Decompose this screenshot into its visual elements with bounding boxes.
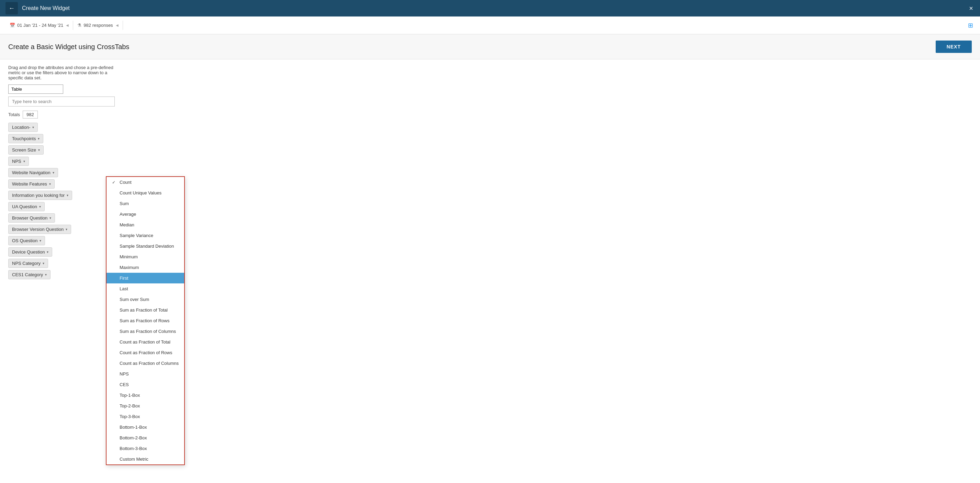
- dropdown-item[interactable]: CES: [107, 379, 184, 390]
- dropdown-item-label: Top-1-Box: [119, 392, 140, 398]
- attribute-tag[interactable]: Browser Question▾: [8, 213, 55, 222]
- date-range-filter[interactable]: 📅 01 Jan '21 - 24 May '21 ◀: [5, 21, 73, 30]
- attribute-tag[interactable]: Location-▾: [8, 122, 38, 132]
- header-bar: ← Create New Widget ×: [0, 0, 980, 16]
- header-title: Create New Widget: [22, 5, 967, 11]
- dropdown-item-label: Count: [119, 180, 132, 185]
- table-type-input[interactable]: [8, 84, 63, 94]
- back-button[interactable]: ←: [5, 2, 18, 14]
- dropdown-arrow-icon: ▾: [49, 216, 51, 220]
- dropdown-item-label: Maximum: [119, 265, 139, 270]
- dropdown-item[interactable]: Custom Metric: [107, 454, 184, 464]
- dropdown-item[interactable]: Sample Standard Deviation: [107, 241, 184, 251]
- dropdown-item[interactable]: Bottom-2-Box: [107, 432, 184, 443]
- totals-label: Totals: [8, 112, 20, 117]
- dropdown-item[interactable]: Median: [107, 219, 184, 230]
- dropdown-item[interactable]: Minimum: [107, 251, 184, 262]
- attribute-tag[interactable]: Website Navigation▾: [8, 168, 58, 177]
- filter-bar: 📅 01 Jan '21 - 24 May '21 ◀ ⚗ 982 respon…: [0, 16, 980, 34]
- dropdown-arrow-icon: ▾: [45, 273, 47, 276]
- attribute-tag[interactable]: NPS Category▾: [8, 259, 48, 268]
- attribute-tag[interactable]: Screen Size▾: [8, 145, 44, 154]
- calendar-icon: 📅: [10, 23, 15, 28]
- dropdown-item-label: Sum as Fraction of Columns: [119, 329, 176, 334]
- dropdown-item-label: First: [119, 275, 128, 281]
- dropdown-item[interactable]: Last: [107, 283, 184, 294]
- totals-area: Totals 982: [8, 111, 115, 119]
- dropdown-arrow-icon: ▾: [40, 239, 41, 243]
- dropdown-item-label: Sample Variance: [119, 233, 153, 238]
- dropdown-item[interactable]: Average: [107, 209, 184, 219]
- dropdown-arrow-icon: ▾: [39, 205, 41, 208]
- dropdown-item-label: Count Unique Values: [119, 190, 162, 195]
- close-button[interactable]: ×: [967, 3, 975, 14]
- dropdown-item-label: Sum as Fraction of Rows: [119, 318, 169, 323]
- search-input[interactable]: [8, 97, 115, 106]
- dropdown-item[interactable]: Bottom-1-Box: [107, 422, 184, 432]
- dropdown-item[interactable]: Top-1-Box: [107, 390, 184, 400]
- dropdown-arrow-icon: ▾: [38, 148, 40, 152]
- dropdown-item-label: Median: [119, 222, 134, 227]
- sub-header: Create a Basic Widget using CrossTabs NE…: [0, 34, 980, 59]
- attribute-tag[interactable]: NPS▾: [8, 157, 29, 166]
- dropdown-item[interactable]: Sum over Sum: [107, 294, 184, 305]
- dropdown-arrow-icon: ▾: [49, 182, 51, 186]
- attribute-tag[interactable]: Website Features▾: [8, 180, 55, 189]
- page-title: Create a Basic Widget using CrossTabs: [8, 43, 129, 51]
- dropdown-item[interactable]: Top-2-Box: [107, 400, 184, 411]
- attribute-tag[interactable]: Device Question▾: [8, 247, 52, 257]
- responses-filter[interactable]: ⚗ 982 responses ◀: [73, 21, 123, 30]
- dropdown-item-label: Count as Fraction of Columns: [119, 361, 179, 366]
- dropdown-item[interactable]: NPS: [107, 369, 184, 379]
- next-button[interactable]: NEXT: [935, 41, 972, 53]
- dropdown-item-label: Sum over Sum: [119, 297, 149, 302]
- dropdown-item[interactable]: Sum: [107, 198, 184, 209]
- dropdown-item-label: Bottom-3-Box: [119, 446, 147, 451]
- dropdown-item-label: Count as Fraction of Rows: [119, 350, 172, 355]
- dropdown-arrow-icon: ▾: [38, 137, 40, 140]
- metric-dropdown: ✓CountCount Unique ValuesSumAverageMedia…: [106, 176, 185, 465]
- dropdown-arrow-icon: ▾: [52, 171, 54, 175]
- dropdown-item-label: Bottom-1-Box: [119, 424, 147, 430]
- dropdown-item[interactable]: Sample Variance: [107, 230, 184, 241]
- dropdown-item-label: Minimum: [119, 254, 138, 259]
- dropdown-item[interactable]: Sum as Fraction of Rows: [107, 315, 184, 326]
- dropdown-item[interactable]: Count as Fraction of Rows: [107, 347, 184, 358]
- attribute-tag[interactable]: Touchpoints▾: [8, 134, 43, 143]
- dropdown-item[interactable]: Count as Fraction of Total: [107, 337, 184, 347]
- dropdown-item-label: Top-3-Box: [119, 414, 140, 419]
- dropdown-item[interactable]: Count as Fraction of Columns: [107, 358, 184, 369]
- dropdown-item[interactable]: First: [107, 273, 184, 283]
- dropdown-item[interactable]: Maximum: [107, 262, 184, 273]
- dropdown-item[interactable]: Count Unique Values: [107, 187, 184, 198]
- attribute-tag[interactable]: Browser Version Question▾: [8, 225, 71, 234]
- dropdown-arrow-icon: ▾: [23, 159, 25, 163]
- dropdown-item-label: Sum: [119, 201, 129, 206]
- filter-icon: ⚗: [77, 23, 81, 28]
- dropdown-item[interactable]: Bottom-3-Box: [107, 443, 184, 454]
- dropdown-arrow-icon: ▾: [67, 194, 68, 197]
- dropdown-item[interactable]: Sum as Fraction of Columns: [107, 326, 184, 337]
- attribute-tag[interactable]: Information you looking for▾: [8, 191, 72, 200]
- date-range-label: 01 Jan '21 - 24 May '21: [17, 23, 63, 28]
- left-panel: Drag and drop the attributes and chose a…: [8, 65, 115, 478]
- attribute-tag[interactable]: CES1 Category▾: [8, 270, 51, 279]
- dropdown-item-label: Bottom-2-Box: [119, 435, 147, 440]
- totals-value: 982: [23, 111, 38, 119]
- dropdown-item-label: Custom Metric: [119, 456, 148, 462]
- dropdown-item[interactable]: Sum as Fraction of Total: [107, 305, 184, 315]
- dropdown-arrow-icon: ▾: [66, 227, 67, 231]
- dropdown-item-label: Average: [119, 211, 136, 217]
- instructions-text: Drag and drop the attributes and chose a…: [8, 65, 115, 80]
- dropdown-arrow-icon: ▾: [47, 250, 48, 254]
- dropdown-item-label: CES: [119, 382, 129, 387]
- dropdown-item[interactable]: Top-3-Box: [107, 411, 184, 422]
- dropdown-item[interactable]: ✓Count: [107, 177, 184, 187]
- attribute-tags: Location-▾Touchpoints▾Screen Size▾NPS▾We…: [8, 122, 115, 279]
- dropdown-item-label: Top-2-Box: [119, 403, 140, 408]
- dropdown-item-label: Sample Standard Deviation: [119, 243, 174, 249]
- attribute-tag[interactable]: OS Question▾: [8, 236, 45, 245]
- attribute-tag[interactable]: UA Question▾: [8, 202, 45, 211]
- dropdown-item-label: Sum as Fraction of Total: [119, 307, 168, 313]
- main-content: Drag and drop the attributes and chose a…: [0, 59, 980, 483]
